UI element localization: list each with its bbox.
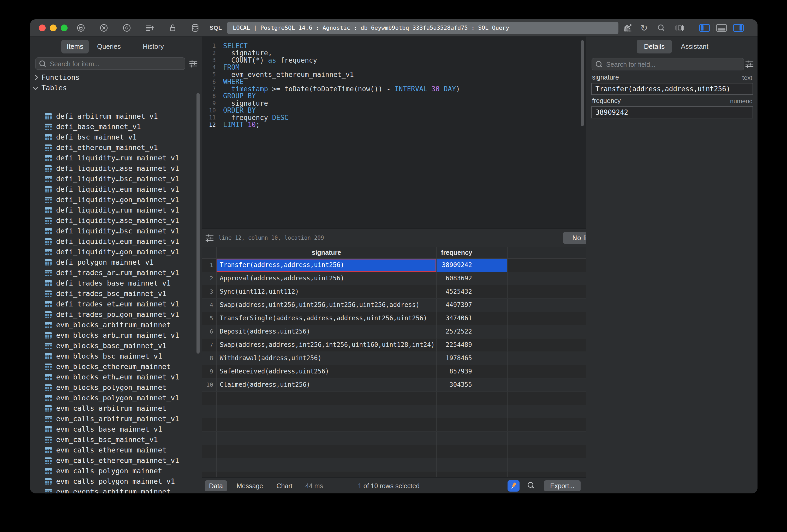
lock-icon[interactable]	[168, 23, 177, 32]
eye-icon[interactable]	[122, 23, 131, 32]
editor-scrollbar[interactable]	[581, 40, 584, 126]
sidebar-item-table[interactable]: evm_blocks_polygon_mainnet	[30, 382, 202, 393]
sidebar-item-table[interactable]: evm_blocks_arb…rum_mainnet_v1	[30, 330, 202, 340]
sidebar-item-table[interactable]: evm_calls_ethereum_mainnet	[30, 445, 202, 455]
export-button[interactable]: Export...	[544, 480, 580, 491]
search-icon[interactable]	[657, 24, 665, 32]
code-line[interactable]: 9 signature	[202, 99, 586, 107]
chart-icon[interactable]	[623, 23, 632, 32]
table-row[interactable]: 8Withdrawal(address,uint256)1978465	[202, 352, 586, 365]
connection-title[interactable]: LOCAL | PostgreSQL 14.6 : Agnostic : db_…	[227, 22, 618, 34]
sidebar-item-table[interactable]: defi_trades_ar…rum_mainnet_v1	[30, 268, 202, 278]
column-header-signature[interactable]: signature	[217, 247, 437, 258]
tab-chart[interactable]: Chart	[273, 480, 296, 491]
sidebar-item-table[interactable]: evm_blocks_bsc_mainnet_v1	[30, 351, 202, 361]
tree-node-tables[interactable]: Tables	[30, 83, 202, 93]
table-row[interactable]: 6Deposit(address,uint256)2572522	[202, 325, 586, 338]
sidebar-item-table[interactable]: defi_liquidity…eum_mainnet_v1	[30, 184, 202, 195]
sql-editor[interactable]: 1SELECT2 signature,3 COUNT(*) as frequen…	[202, 37, 586, 228]
refresh-icon[interactable]: ↻	[640, 23, 648, 32]
sidebar-item-table[interactable]: defi_liquidity…rum_mainnet_v1	[30, 205, 202, 216]
code-line[interactable]: 4FROM	[202, 64, 586, 71]
focus-mode-icon[interactable]	[675, 23, 684, 32]
zoom-button[interactable]	[61, 24, 68, 31]
toggle-right-panel-icon[interactable]	[733, 24, 744, 32]
field-value-signature[interactable]	[591, 83, 753, 95]
code-line[interactable]: 6WHERE	[202, 78, 586, 86]
sidebar-item-table[interactable]: defi_liquidity…rum_mainnet_v1	[30, 153, 202, 163]
sidebar-item-table[interactable]: defi_polygon_mainnet_v1	[30, 257, 202, 268]
field-value-frequency[interactable]	[591, 106, 753, 118]
sidebar-item-table[interactable]: defi_trades_po…gon_mainnet_v1	[30, 309, 202, 320]
sidebar-item-table[interactable]: defi_arbitrum_mainnet_v1	[30, 111, 202, 121]
disconnect-icon[interactable]	[99, 23, 109, 32]
pin-button[interactable]	[508, 480, 519, 492]
code-line[interactable]: 1SELECT	[202, 42, 586, 49]
sidebar-item-table[interactable]: defi_liquidity…eum_mainnet_v1	[30, 236, 202, 247]
log-list-icon[interactable]	[145, 23, 154, 32]
tab-queries[interactable]: Queries	[94, 40, 124, 53]
sidebar-item-table[interactable]: evm_calls_polygon_mainnet_v1	[30, 476, 202, 487]
code-line[interactable]: 5 evm_events_ethereum_mainnet_v1	[202, 71, 586, 78]
sidebar-item-table[interactable]: defi_liquidity…bsc_mainnet_v1	[30, 226, 202, 236]
sidebar-search-input[interactable]	[49, 58, 167, 70]
tab-assistant[interactable]: Assistant	[678, 40, 711, 53]
sidebar-search[interactable]	[35, 58, 185, 70]
column-header-frequency[interactable]: frequency	[437, 247, 477, 258]
tree-node-functions[interactable]: Functions	[30, 72, 202, 83]
sidebar-item-table[interactable]: evm_blocks_arbitrum_mainnet	[30, 320, 202, 330]
code-line[interactable]: 12LIMIT 10;	[202, 121, 586, 129]
sidebar-item-table[interactable]: defi_liquidity…gon_mainnet_v1	[30, 195, 202, 205]
code-line[interactable]: 8GROUP BY	[202, 93, 586, 100]
field-search[interactable]	[592, 58, 744, 70]
tab-history[interactable]: History	[138, 40, 168, 53]
filter-icon[interactable]	[745, 60, 754, 70]
code-line[interactable]: 11 frequency DESC	[202, 114, 586, 121]
sidebar-item-table[interactable]: evm_calls_arbitrum_mainnet_v1	[30, 414, 202, 424]
table-row[interactable]: 5TransferSingle(address,address,address,…	[202, 312, 586, 325]
sidebar-item-table[interactable]: defi_trades_et…eum_mainnet_v1	[30, 299, 202, 309]
sidebar-item-table[interactable]: evm_calls_ethereum_mainnet_v1	[30, 455, 202, 466]
sidebar-item-table[interactable]: defi_liquidity…gon_mainnet_v1	[30, 247, 202, 257]
close-button[interactable]	[39, 24, 46, 31]
code-line[interactable]: 10ORDER BY	[202, 107, 586, 114]
code-line[interactable]: 2 signature,	[202, 49, 586, 57]
table-row[interactable]: 10Claimed(address,uint256)304355	[202, 378, 586, 392]
tab-data[interactable]: Data	[205, 480, 227, 491]
toggle-bottom-panel-icon[interactable]	[716, 24, 727, 32]
sidebar-item-table[interactable]: defi_liquidity…ase_mainnet_v1	[30, 163, 202, 174]
code-line[interactable]: 7 timestamp >= toDate(toDateTime(now()) …	[202, 85, 586, 93]
sidebar-item-table[interactable]: defi_liquidity…bsc_mainnet_v1	[30, 174, 202, 184]
sidebar-item-table[interactable]: evm_calls_bsc_mainnet_v1	[30, 435, 202, 445]
sidebar-item-table[interactable]: defi_trades_base_mainnet_v1	[30, 278, 202, 288]
sidebar-item-table[interactable]: evm_blocks_base_mainnet_v1	[30, 340, 202, 351]
database-icon[interactable]	[191, 23, 200, 32]
sidebar-item-table[interactable]: defi_liquidity…ase_mainnet_v1	[30, 216, 202, 226]
sidebar-item-table[interactable]: defi_bsc_mainnet_v1	[30, 132, 202, 142]
code-line[interactable]: 3 COUNT(*) as frequency	[202, 57, 586, 64]
table-row[interactable]: 7Swap(address,address,int256,int256,uint…	[202, 338, 586, 352]
sidebar-item-table[interactable]: defi_base_mainnet_v1	[30, 121, 202, 132]
tab-items[interactable]: Items	[61, 40, 89, 53]
minimize-button[interactable]	[50, 24, 57, 31]
connection-plug-icon[interactable]	[76, 23, 86, 32]
table-row[interactable]: 4Swap(address,uint256,uint256,uint256,ui…	[202, 298, 586, 312]
sidebar-item-table[interactable]: evm_events_arbitrum_mainnet	[30, 487, 202, 493]
sidebar-item-table[interactable]: evm_calls_arbitrum_mainnet	[30, 403, 202, 414]
sidebar-item-table[interactable]: evm_blocks_eth…eum_mainnet_v1	[30, 372, 202, 382]
sidebar-item-table[interactable]: evm_calls_polygon_mainnet	[30, 466, 202, 476]
sidebar-item-table[interactable]: defi_ethereum_mainnet_v1	[30, 142, 202, 153]
tab-details[interactable]: Details	[637, 40, 672, 53]
sidebar-item-table[interactable]: evm_blocks_polygon_mainnet_v1	[30, 393, 202, 403]
sidebar-item-table[interactable]: evm_calls_base_mainnet_v1	[30, 424, 202, 435]
sidebar-item-table[interactable]: evm_blocks_ethereum_mainnet	[30, 361, 202, 372]
sidebar-item-table[interactable]: defi_trades_bsc_mainnet_v1	[30, 288, 202, 299]
table-row[interactable]: 1Transfer(address,address,uint256)389092…	[202, 259, 586, 272]
table-row[interactable]: 9SafeReceived(address,uint256)857939	[202, 365, 586, 378]
field-search-input[interactable]	[605, 59, 725, 70]
tab-message[interactable]: Message	[234, 480, 266, 491]
table-row[interactable]: 2Approval(address,address,uint256)608369…	[202, 272, 586, 285]
filter-icon[interactable]	[189, 59, 198, 69]
search-results-icon[interactable]	[527, 482, 535, 489]
sidebar-scrollbar[interactable]	[196, 93, 199, 354]
